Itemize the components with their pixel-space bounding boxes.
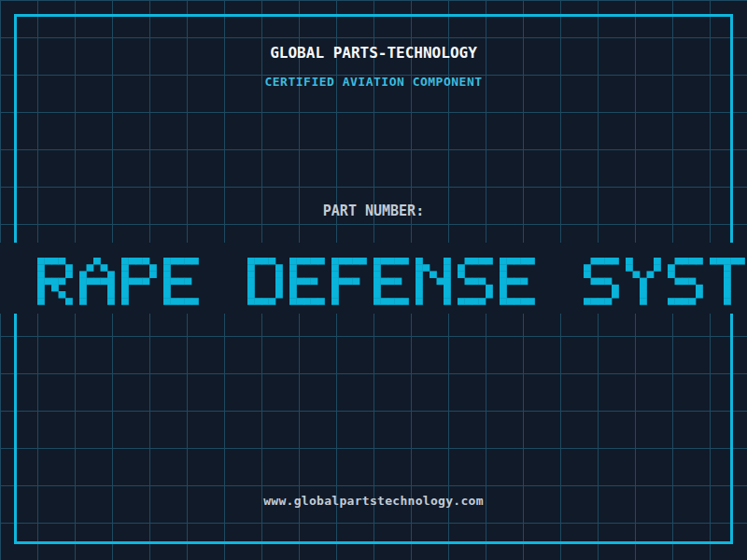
part-number-label: PART NUMBER: [0, 203, 747, 219]
certification-tagline: CERTIFIED AVIATION COMPONENT [0, 75, 747, 89]
website-url: www.globalpartstechnology.com [0, 494, 747, 508]
company-name: GLOBAL PARTS-TECHNOLOGY [0, 45, 747, 61]
part-number-value [37, 258, 747, 309]
blueprint-page: GLOBAL PARTS-TECHNOLOGY CERTIFIED AVIATI… [0, 0, 747, 560]
part-number-display-strip [0, 243, 747, 314]
